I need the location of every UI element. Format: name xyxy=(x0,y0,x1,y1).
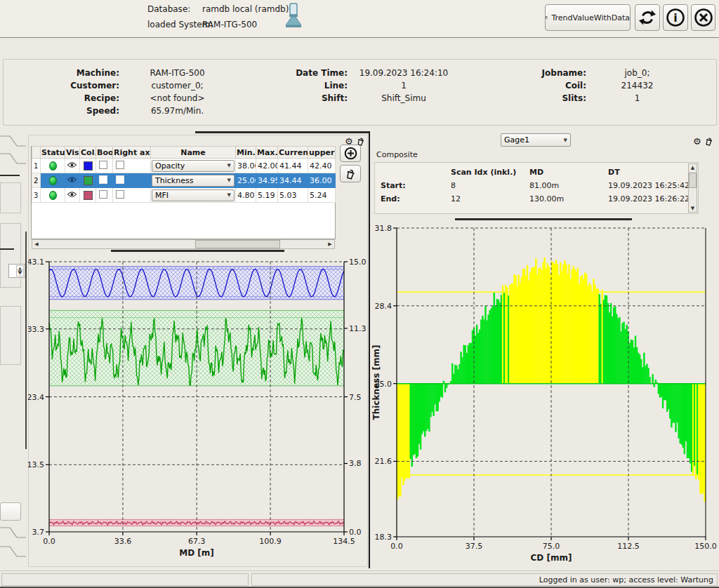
recipe-value: <not found> xyxy=(119,93,235,103)
col-header-vis[interactable]: Vis. xyxy=(65,147,80,159)
refresh-button[interactable] xyxy=(635,4,660,31)
spinbox-field[interactable]: ▲ ▼ xyxy=(8,264,25,278)
composite-profile-chart[interactable]: 31.828.425.021.618.30.037.575.0112.5150.… xyxy=(371,222,718,577)
scroll-left-icon[interactable]: ◀ xyxy=(32,240,41,248)
name-cell: MFI▼ xyxy=(151,188,236,203)
series-color-swatch[interactable] xyxy=(84,191,93,200)
row-number: 1 xyxy=(32,159,41,173)
series-name-dropdown[interactable]: MFI▼ xyxy=(152,189,235,201)
profile-bar xyxy=(704,384,705,502)
y-left-tick-label: 23.4 xyxy=(28,393,44,402)
gage-delete-icon[interactable] xyxy=(704,137,713,146)
color-cell[interactable] xyxy=(80,173,96,188)
series-row-thickness[interactable]: 2 Thickness▼ 25.00 34.95 34.44 36.00 xyxy=(32,173,336,188)
status-ok-dot xyxy=(49,176,57,185)
color-cell[interactable] xyxy=(80,188,96,203)
chevron-down-icon: ▼ xyxy=(227,178,231,183)
color-cell[interactable] xyxy=(80,159,96,173)
series-name-dropdown[interactable]: Thickness▼ xyxy=(152,175,235,187)
coil-value: 214432 xyxy=(586,81,688,91)
customer-value: customer_0; xyxy=(119,81,235,91)
left-rail-groupbox xyxy=(0,223,21,288)
database-label: Database: xyxy=(147,4,190,14)
y-right-tick-label: 7.5 xyxy=(349,393,362,402)
info-button[interactable]: i xyxy=(663,4,688,31)
trend-value-with-data-button[interactable]: TrendValueWithData xyxy=(545,4,631,31)
bool-checkbox[interactable] xyxy=(99,175,107,184)
visibility-eye-icon[interactable] xyxy=(67,161,77,168)
col-header-upper-alarm[interactable]: upper A xyxy=(308,147,336,159)
series-color-swatch[interactable] xyxy=(84,161,93,171)
right-axis-checkbox[interactable] xyxy=(116,161,124,169)
delete-series-button[interactable] xyxy=(340,165,361,182)
info-icon: i xyxy=(665,7,686,28)
col-header-status[interactable]: Status xyxy=(41,147,65,159)
name-cell: Thickness▼ xyxy=(151,173,236,188)
y-left-tick-label: 43.1 xyxy=(28,258,44,267)
x-tick-label: 37.5 xyxy=(466,542,483,551)
visibility-eye-icon[interactable] xyxy=(67,191,77,198)
right-axis-checkbox[interactable] xyxy=(116,175,124,184)
col-header-bool[interactable]: Bool xyxy=(96,147,113,159)
splitter-handle[interactable] xyxy=(455,218,632,220)
col-header-col[interactable]: Col. xyxy=(80,147,96,159)
slits-value: 1 xyxy=(586,93,688,103)
trend-chart[interactable]: 43.133.323.413.53.715.011.37.53.80.00.03… xyxy=(28,251,368,566)
bool-cell xyxy=(96,188,113,203)
scroll-up-icon[interactable]: ▲ xyxy=(689,164,697,171)
current-value: 41.44 xyxy=(278,159,308,173)
series-row-mfi[interactable]: 3 MFI▼ 4.80 5.19 5.03 5.24 xyxy=(32,188,336,203)
main-panel-divider[interactable] xyxy=(369,131,370,568)
col-header-name[interactable]: Name xyxy=(151,147,236,159)
x-axis-title: MD [m] xyxy=(179,548,214,558)
upper-alarm-value: 36.00 xyxy=(308,173,336,188)
row-number: 3 xyxy=(32,188,41,203)
status-cell xyxy=(41,159,65,173)
series-color-swatch[interactable] xyxy=(84,176,93,185)
gage-selector-value: Gage1 xyxy=(504,135,529,145)
visibility-eye-icon[interactable] xyxy=(67,176,77,183)
gage-settings-gear-icon[interactable]: ⚙ xyxy=(693,136,701,147)
gage-selector-dropdown[interactable]: Gage1 ▼ xyxy=(501,133,571,147)
col-header-min[interactable]: Min. xyxy=(236,147,256,159)
profile-bar xyxy=(652,374,653,383)
scan-col-md: MD xyxy=(529,166,608,179)
layout-grid-icon xyxy=(546,11,548,25)
jobname-value: job_0; xyxy=(586,68,688,78)
upper-alarm-value: 42.40 xyxy=(308,159,336,173)
hscrollbar-thumb[interactable] xyxy=(195,240,280,248)
bool-checkbox[interactable] xyxy=(99,161,107,169)
close-button[interactable] xyxy=(691,4,715,31)
spin-down-icon[interactable]: ▼ xyxy=(16,269,24,276)
add-series-button[interactable] xyxy=(340,145,361,162)
scan-start-row: Start: 8 81.00m 19.09.2023 16:25:42 xyxy=(381,179,690,192)
col-header-right-axis[interactable]: Right axis xyxy=(113,147,151,159)
job-info-panel: Machine:RAM-ITG-500 Customer:customer_0;… xyxy=(3,59,717,126)
bool-checkbox[interactable] xyxy=(99,190,107,199)
col-header-max[interactable]: Max. xyxy=(256,147,278,159)
scan-end-dt: 19.09.2023 16:26:22 xyxy=(608,192,690,206)
jobname-label: Jobname: xyxy=(499,68,586,78)
visibility-cell[interactable] xyxy=(65,159,80,173)
left-rail-button[interactable] xyxy=(0,502,21,521)
panel-splitter-vertical[interactable] xyxy=(25,232,27,449)
scan-start-md: 81.00m xyxy=(529,179,608,192)
x-tick-label: 67.3 xyxy=(188,537,206,546)
splitter-handle[interactable] xyxy=(195,131,369,133)
status-ok-dot xyxy=(49,161,57,171)
scroll-down-icon[interactable]: ▼ xyxy=(689,205,697,212)
series-list-hscrollbar[interactable]: ◀ ▶ xyxy=(32,239,335,249)
y-right-tick-label: 0.0 xyxy=(349,528,362,537)
visibility-cell[interactable] xyxy=(65,188,80,203)
right-axis-checkbox[interactable] xyxy=(116,190,124,199)
status-section-left xyxy=(1,573,249,586)
scan-table-vscrollbar[interactable]: ▲ ▼ xyxy=(688,163,697,213)
series-name-dropdown[interactable]: Opacity▼ xyxy=(152,160,235,172)
series-row-opacity[interactable]: 1 Opacity▼ 38.00 42.00 41.44 42.40 xyxy=(32,159,336,173)
scroll-right-icon[interactable]: ▶ xyxy=(326,240,334,248)
status-bar: Logged in as user: wp; access level: War… xyxy=(0,570,719,588)
visibility-cell[interactable] xyxy=(65,173,80,188)
header-bar: Database: ramdb local (ramdb) loaded Sys… xyxy=(0,0,719,38)
col-header-current[interactable]: Current xyxy=(278,147,308,159)
vscrollbar-thumb[interactable] xyxy=(689,173,697,188)
